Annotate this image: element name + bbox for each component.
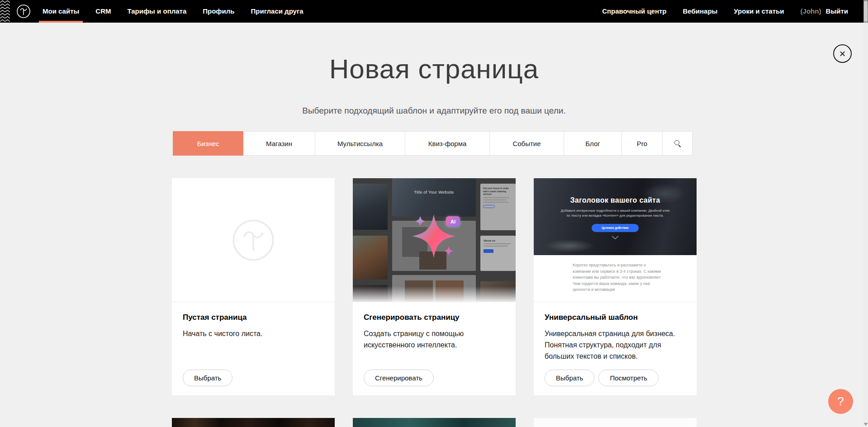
card-body: Универсальный шаблон Универсальная стран… (534, 302, 697, 362)
scrollbar[interactable] (863, 0, 868, 427)
preview-button[interactable]: Посмотреть (598, 370, 659, 386)
nav-item-invite-friend[interactable]: Пригласи друга (251, 0, 303, 23)
tab-quiz-form[interactable]: Квиз-форма (405, 131, 490, 156)
close-button[interactable]: × (833, 44, 852, 63)
nav-item-lessons[interactable]: Уроки и статьи (734, 0, 784, 23)
template-hero-subtitle: Добавьте интересные подробности о вашей … (559, 208, 672, 218)
template-cards-row: Пустая страница Начать с чистого листа. … (172, 178, 697, 395)
chevron-down-icon (612, 236, 619, 239)
tab-business[interactable]: Бизнес (173, 131, 243, 156)
collage-tile-text: Get your house in order with a smart cle… (480, 184, 516, 230)
card-title: Сгенерировать страницу (364, 313, 505, 322)
collage-text-line (483, 199, 507, 200)
card-template-preview[interactable]: Заголовок вашего сайта Добавьте интересн… (534, 178, 697, 302)
card-blank-page: Пустая страница Начать с чистого листа. … (172, 178, 335, 395)
collage-bottom-fade (353, 286, 516, 302)
logout-link[interactable]: Выйти (826, 7, 848, 15)
collage-text-line (484, 246, 508, 247)
question-mark-icon: ? (837, 394, 844, 408)
page-title: Новая страница (0, 53, 868, 85)
search-icon (674, 140, 681, 147)
user-name: (John) (801, 7, 821, 15)
card-ai-generate: Title of Your Website Get your house in … (353, 178, 516, 395)
top-navbar: Мои сайты CRM Тарифы и оплата Профиль Пр… (0, 0, 868, 23)
nav-left: Мои сайты CRM Тарифы и оплата Профиль Пр… (43, 0, 304, 23)
choose-button[interactable]: Выбрать (545, 370, 594, 386)
scrollbar-thumb[interactable] (864, 1, 868, 22)
nav-item-profile[interactable]: Профиль (203, 0, 234, 23)
card-title: Универсальный шаблон (545, 313, 686, 322)
collage-blue-button (484, 249, 493, 253)
template-category-tabs: Бизнес Магазин Мультиссылка Квиз-форма С… (173, 131, 693, 156)
help-button[interactable]: ? (828, 389, 853, 414)
page-subtitle: Выберите подходящий шаблон и адаптируйте… (0, 106, 868, 116)
template-body: Коротко представьтесь и расскажите о ком… (534, 255, 665, 293)
nav-right: Справочный центр Вебинары Уроки и статьи… (602, 0, 848, 23)
template-card-partial[interactable] (172, 418, 335, 427)
template-cta-button: Целевое действие (592, 224, 639, 232)
card-universal-template: Заголовок вашего сайта Добавьте интересн… (534, 178, 697, 395)
nav-user: (John) Выйти (801, 0, 848, 23)
card-body: Сгенерировать страницу Создать страницу … (353, 302, 516, 351)
collage-about-heading: About us (484, 239, 512, 242)
collage-tile-photo (353, 184, 388, 230)
collage-text-line (484, 243, 511, 244)
card-actions: Выбрать Посмотреть (545, 370, 659, 386)
zigzag-pattern-icon (0, 0, 10, 23)
tab-event[interactable]: Событие (489, 131, 564, 156)
ai-sparkle-small-icon (415, 216, 426, 227)
scrollbar-down-arrow-icon[interactable] (864, 423, 868, 426)
collage-side-heading: Get your house in order with a smart cle… (483, 187, 513, 196)
tilda-watermark-icon (232, 218, 275, 262)
nav-item-webinars[interactable]: Вебинары (683, 0, 718, 23)
card-actions: Выбрать (183, 370, 232, 386)
nav-item-pricing[interactable]: Тарифы и оплата (127, 0, 186, 23)
tab-multilink[interactable]: Мультиссылка (315, 131, 405, 156)
collage-text-line (483, 202, 508, 203)
ai-sparkle-small-icon (444, 246, 454, 256)
generate-button[interactable]: Сгенерировать (364, 370, 434, 386)
template-body-text: Коротко представьтесь и расскажите о ком… (573, 262, 663, 293)
card-description: Создать страницу с помощью искусственног… (364, 328, 505, 351)
collage-outline-button (483, 205, 495, 208)
ai-badge: AI (446, 216, 460, 227)
template-hero-title: Заголовок вашего сайта (534, 178, 697, 204)
template-card-partial[interactable] (353, 418, 516, 427)
nav-item-help-center[interactable]: Справочный центр (602, 0, 666, 23)
template-card-partial[interactable] (534, 418, 697, 427)
card-ai-preview[interactable]: Title of Your Website Get your house in … (353, 178, 516, 302)
tab-blog[interactable]: Блог (564, 131, 622, 156)
tab-store[interactable]: Магазин (243, 131, 315, 156)
close-icon: × (839, 47, 845, 60)
collage-text-line (483, 197, 509, 198)
choose-button[interactable]: Выбрать (183, 370, 232, 386)
tilda-logo-icon[interactable] (16, 4, 31, 19)
nav-item-my-sites[interactable]: Мои сайты (43, 0, 79, 23)
card-body: Пустая страница Начать с чистого листа. (172, 302, 335, 340)
collage-tile-hero: Title of Your Website (392, 178, 476, 217)
template-cards-row-2 (172, 418, 697, 427)
template-hero: Заголовок вашего сайта Добавьте интересн… (534, 178, 697, 255)
collage-hero-title: Title of Your Website (392, 190, 476, 195)
tab-search[interactable] (662, 131, 693, 156)
card-actions: Сгенерировать (364, 370, 434, 386)
card-description: Универсальная страница для бизнеса. Поня… (545, 328, 686, 362)
collage-tile-photo (353, 236, 388, 280)
card-title: Пустая страница (183, 313, 324, 322)
nav-item-crm[interactable]: CRM (95, 0, 111, 23)
card-blank-preview[interactable] (172, 178, 335, 302)
collage-tile-about: About us (480, 236, 516, 271)
tab-pro[interactable]: Pro (621, 131, 663, 156)
card-description: Начать с чистого листа. (183, 328, 324, 340)
